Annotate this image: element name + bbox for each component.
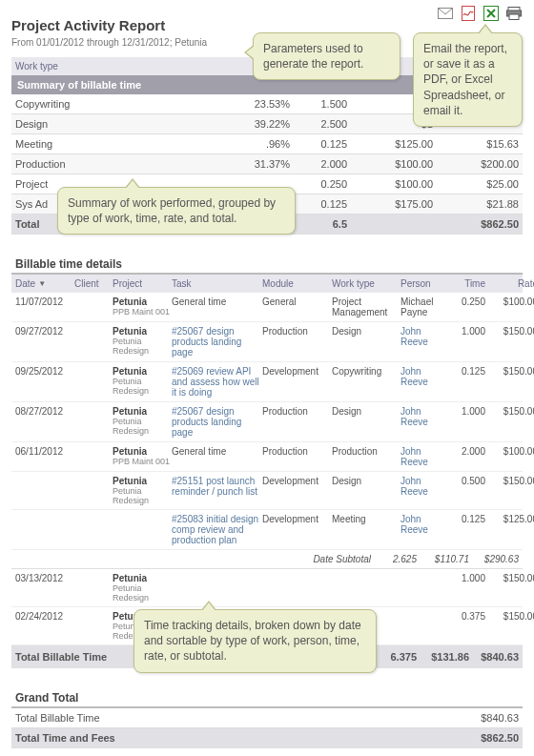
- time-cell: 2.000: [290, 158, 347, 170]
- work-type-cell: Copywriting: [332, 366, 400, 377]
- col-time[interactable]: Time: [447, 278, 485, 289]
- time-cell: 2.500: [290, 118, 347, 130]
- time-cell: 2.000: [447, 446, 485, 457]
- sort-desc-icon: ▼: [38, 279, 46, 288]
- time-cell: 0.125: [290, 138, 347, 150]
- pdf-icon[interactable]: [460, 6, 477, 21]
- detail-row: 11/07/2012PetuniaPPB Maint 001General ti…: [11, 293, 523, 322]
- person-cell[interactable]: John Reeve: [400, 366, 447, 387]
- person-cell[interactable]: John Reeve: [400, 476, 447, 497]
- task-cell: General time: [172, 446, 262, 457]
- col-date[interactable]: Date▼: [15, 278, 74, 289]
- col-person[interactable]: Person: [400, 278, 447, 289]
- col-task[interactable]: Task: [172, 278, 262, 289]
- module-cell: General: [262, 296, 332, 307]
- col-rate[interactable]: Rate: [485, 278, 534, 289]
- date-cell: 03/13/2012: [15, 573, 74, 583]
- export-toolbar: [437, 6, 523, 21]
- date-subtotal: Date Subtotal 2.625 $110.71 $290.63: [11, 550, 523, 569]
- person-cell[interactable]: John Reeve: [400, 326, 447, 347]
- date-cell: 02/24/2012: [15, 611, 74, 622]
- grand-total-row: Total Time and Fees$862.50: [11, 728, 523, 748]
- pct-cell: .96%: [195, 138, 290, 150]
- task-cell[interactable]: #25069 review API and assess how well it…: [172, 366, 262, 398]
- col-client[interactable]: Client: [74, 278, 113, 289]
- details-header: Date▼ Client Project Task Module Work ty…: [11, 275, 523, 293]
- time-cell: 1.500: [290, 98, 347, 110]
- rate-cell: $175.00: [347, 198, 433, 210]
- work-type-cell: Meeting: [332, 514, 400, 524]
- time-cell: 0.125: [290, 198, 347, 210]
- work-type-cell: Design: [332, 476, 400, 486]
- summary-row: Meeting.96%0.125$125.00$15.63: [11, 134, 523, 154]
- project-cell: PetuniaPetunia Redesign: [113, 573, 172, 603]
- rate-cell: $150.00: [485, 406, 534, 417]
- callout-details: Time tracking details, broken down by da…: [134, 609, 377, 673]
- rate-cell: $150.00: [485, 476, 534, 486]
- detail-row: 06/11/2012PetuniaPPB Maint 001General ti…: [11, 442, 523, 472]
- detail-row: 08/27/2012PetuniaPetunia Redesign#25067 …: [11, 402, 523, 442]
- detail-row: 03/13/2012PetuniaPetunia Redesign1.000$1…: [11, 569, 523, 607]
- date-cell: 09/25/2012: [15, 366, 74, 377]
- grand-total-title: Grand Total: [11, 685, 523, 708]
- date-cell: 11/07/2012: [15, 296, 74, 307]
- time-cell: 0.500: [447, 476, 485, 486]
- time-cell: 0.125: [447, 514, 485, 524]
- rate-cell: $100.00: [485, 446, 534, 457]
- rate-cell: $125.00: [485, 514, 534, 524]
- col-work-type[interactable]: Work type: [332, 278, 400, 289]
- person-cell[interactable]: John Reeve: [400, 446, 447, 467]
- total-cell: $25.00: [433, 178, 519, 190]
- callout-export: Email the report, or save it as a PDF, o…: [413, 32, 523, 127]
- grand-total-row: Total Billable Time$840.63: [11, 708, 523, 728]
- work-type-cell: Meeting: [15, 138, 163, 150]
- callout-summary: Summary of work performed, grouped by ty…: [57, 187, 296, 235]
- project-cell: PetuniaPetunia Redesign: [113, 326, 172, 356]
- detail-row: PetuniaPetunia Redesign#25151 post launc…: [11, 472, 523, 510]
- total-cell: $200.00: [433, 158, 519, 170]
- module-cell: Production: [262, 446, 332, 457]
- module-cell: Development: [262, 366, 332, 377]
- task-cell[interactable]: #25067 design products landing page: [172, 326, 262, 358]
- email-icon[interactable]: [437, 6, 454, 21]
- rate-cell: $125.00: [347, 138, 433, 150]
- summary-row: Production31.37%2.000$100.00$200.00: [11, 154, 523, 174]
- col-work-type[interactable]: Work type: [15, 61, 163, 72]
- rate-cell: $100.00: [347, 158, 433, 170]
- project-cell: PetuniaPetunia Redesign: [113, 366, 172, 396]
- detail-row: #25083 initial design comp review and pr…: [11, 510, 523, 550]
- grand-value: $862.50: [481, 732, 519, 744]
- excel-icon[interactable]: [483, 6, 500, 21]
- work-type-cell: Project Management: [332, 296, 400, 317]
- time-cell: 0.250: [290, 178, 347, 190]
- work-type-cell: Design: [332, 406, 400, 417]
- print-icon[interactable]: [505, 6, 523, 21]
- detail-row: 09/25/2012PetuniaPetunia Redesign#25069 …: [11, 362, 523, 402]
- project-cell: PetuniaPPB Maint 001: [113, 446, 172, 466]
- time-cell: 1.000: [447, 406, 485, 417]
- rate-cell: $150.00: [485, 573, 534, 583]
- task-cell: General time: [172, 296, 262, 307]
- task-cell[interactable]: #25151 post launch reminder / punch list: [172, 476, 262, 497]
- date-cell: 08/27/2012: [15, 406, 74, 417]
- module-cell: Production: [262, 406, 332, 417]
- rate-cell: $150.00: [485, 611, 534, 622]
- person-cell: Michael Payne: [400, 296, 447, 317]
- work-type-cell: Production: [332, 446, 400, 457]
- task-cell[interactable]: #25083 initial design comp review and pr…: [172, 514, 262, 545]
- task-cell[interactable]: #25067 design products landing page: [172, 406, 262, 438]
- pct-cell: 39.22%: [195, 118, 290, 130]
- col-module[interactable]: Module: [262, 278, 332, 289]
- work-type-cell: Design: [15, 118, 163, 130]
- grand-label: Total Time and Fees: [15, 732, 115, 744]
- person-cell[interactable]: John Reeve: [400, 514, 447, 535]
- work-type-cell: Production: [15, 158, 163, 170]
- project-cell: PetuniaPetunia Redesign: [113, 476, 172, 505]
- rate-cell: $150.00: [485, 326, 534, 337]
- person-cell[interactable]: John Reeve: [400, 406, 447, 427]
- rate-cell: $150.00: [485, 366, 534, 377]
- callout-parameters: Parameters used to generate the report.: [253, 32, 400, 80]
- col-project[interactable]: Project: [113, 278, 172, 289]
- module-cell: Production: [262, 326, 332, 337]
- module-cell: Development: [262, 476, 332, 486]
